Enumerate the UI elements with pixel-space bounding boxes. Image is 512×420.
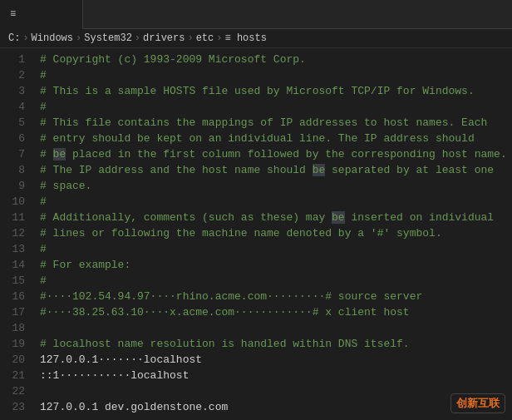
code-line: #····102.54.94.97····rhino.acme.com·····… bbox=[40, 289, 512, 304]
editor: 1234567891011121314151617181920212223 # … bbox=[0, 48, 512, 418]
code-area[interactable]: # Copyright (c) 1993-2009 Microsoft Corp… bbox=[33, 48, 512, 418]
breadcrumb: C: › Windows › System32 › drivers › etc … bbox=[0, 29, 512, 48]
watermark: 创新互联 bbox=[450, 393, 505, 413]
breadcrumb-windows[interactable]: Windows bbox=[32, 32, 73, 44]
line-numbers: 1234567891011121314151617181920212223 bbox=[0, 48, 33, 418]
code-line: # be placed in the first column followed… bbox=[40, 146, 512, 162]
line-number: 12 bbox=[0, 225, 33, 241]
line-number: 17 bbox=[0, 304, 33, 320]
code-line: # bbox=[40, 67, 512, 83]
code-line bbox=[40, 320, 512, 336]
code-line: # This file contains the mappings of IP … bbox=[40, 115, 512, 131]
line-number: 1 bbox=[0, 52, 33, 67]
line-number: 23 bbox=[0, 399, 33, 415]
line-number: 16 bbox=[0, 289, 33, 304]
line-number: 21 bbox=[0, 368, 33, 383]
line-number: 19 bbox=[0, 336, 33, 352]
watermark-logo: 创新互联 bbox=[456, 396, 500, 411]
line-number: 7 bbox=[0, 146, 33, 162]
code-line: # space. bbox=[40, 178, 512, 194]
line-number: 8 bbox=[0, 162, 33, 178]
code-line: # The IP address and the host name shoul… bbox=[40, 162, 512, 178]
line-number: 14 bbox=[0, 257, 33, 273]
line-number: 20 bbox=[0, 352, 33, 368]
code-line: # bbox=[40, 273, 512, 289]
breadcrumb-etc[interactable]: etc bbox=[196, 32, 214, 44]
line-number: 4 bbox=[0, 99, 33, 115]
line-number: 18 bbox=[0, 320, 33, 336]
line-number: 13 bbox=[0, 241, 33, 257]
line-number: 2 bbox=[0, 67, 33, 83]
code-line: ::1···········localhost bbox=[40, 368, 512, 383]
code-line: # For example: bbox=[40, 257, 512, 273]
breadcrumb-c[interactable]: C: bbox=[8, 32, 20, 44]
code-line: 127.0.0.1 dev.goldenstone.com bbox=[40, 399, 512, 415]
line-number: 22 bbox=[0, 383, 33, 399]
breadcrumb-system32[interactable]: System32 bbox=[84, 32, 132, 44]
code-line: # lines or following the machine name de… bbox=[40, 225, 512, 241]
code-line: 127.0.0.1·······localhost bbox=[40, 352, 512, 368]
line-number: 15 bbox=[0, 273, 33, 289]
line-number: 3 bbox=[0, 83, 33, 99]
code-line: # Additionally, comments (such as these)… bbox=[40, 210, 512, 225]
tab-hosts[interactable]: ≡ bbox=[0, 0, 83, 29]
code-line bbox=[40, 383, 512, 399]
line-number: 10 bbox=[0, 194, 33, 210]
breadcrumb-current: ≡ hosts bbox=[224, 32, 266, 44]
breadcrumb-drivers[interactable]: drivers bbox=[143, 32, 185, 44]
code-line: # This is a sample HOSTS file used by Mi… bbox=[40, 83, 512, 99]
line-number: 9 bbox=[0, 178, 33, 194]
line-number: 6 bbox=[0, 131, 33, 146]
code-line: # Copyright (c) 1993-2009 Microsoft Corp… bbox=[40, 52, 512, 67]
file-icon: ≡ bbox=[10, 8, 16, 20]
code-line: # bbox=[40, 241, 512, 257]
code-line: # localhost name resolution is handled w… bbox=[40, 336, 512, 352]
line-number: 11 bbox=[0, 210, 33, 225]
line-number: 5 bbox=[0, 115, 33, 131]
code-line: # entry should be kept on an individual … bbox=[40, 131, 512, 146]
title-bar: ≡ bbox=[0, 0, 512, 29]
code-line: # bbox=[40, 194, 512, 210]
code-line: # bbox=[40, 99, 512, 115]
code-line: #····38.25.63.10····x.acme.com··········… bbox=[40, 304, 512, 320]
